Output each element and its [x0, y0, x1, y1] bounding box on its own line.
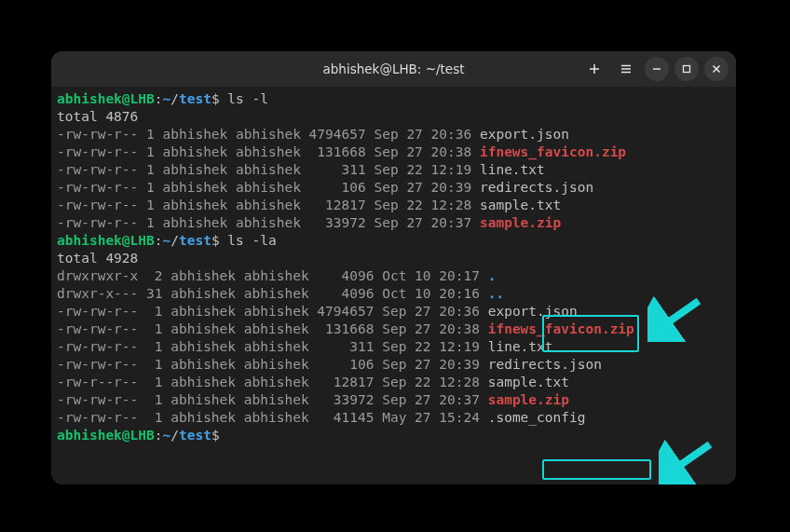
file-name: redirects.json: [480, 180, 593, 195]
prompt-path: ~: [163, 428, 171, 443]
ls-row: -rw-rw-r-- 1 abhishek abhishek 131668 Se…: [57, 321, 488, 336]
ls-row: -rw-r--r-- 1 abhishek abhishek 12817 Sep…: [57, 375, 488, 389]
terminal-body[interactable]: abhishek@LHB:~/test$ ls -l total 4876 -r…: [51, 87, 736, 484]
prompt-user: abhishek@LHB: [57, 91, 155, 106]
file-name: sample.txt: [488, 375, 569, 389]
file-name: sample.zip: [488, 392, 569, 407]
maximize-icon: [682, 64, 691, 74]
close-button[interactable]: [704, 57, 729, 81]
hamburger-icon: [620, 62, 633, 75]
file-name: ifnews_favicon.zip: [488, 321, 634, 336]
ls-row: -rw-rw-r-- 1 abhishek abhishek 4794657 S…: [57, 127, 480, 142]
total-line: total 4928: [57, 251, 138, 266]
maximize-button[interactable]: [674, 57, 699, 81]
prompt-path: ~: [163, 91, 171, 106]
window-controls: [581, 51, 729, 87]
ls-row: -rw-rw-r-- 1 abhishek abhishek 311 Sep 2…: [57, 339, 488, 354]
file-name: line.txt: [488, 339, 553, 354]
ls-row: -rw-rw-r-- 1 abhishek abhishek 106 Sep 2…: [57, 357, 488, 372]
file-name: sample.txt: [480, 198, 561, 212]
close-icon: [712, 64, 721, 74]
command: ls -l: [227, 91, 268, 106]
ls-row: drwxr-x--- 31 abhishek abhishek 4096 Oct…: [57, 286, 488, 301]
prompt-user: abhishek@LHB: [57, 233, 155, 248]
ls-row: -rw-rw-r-- 1 abhishek abhishek 106 Sep 2…: [57, 180, 480, 195]
svg-rect-0: [684, 66, 690, 73]
command: ls -la: [227, 233, 276, 248]
titlebar: abhishek@LHB: ~/test: [51, 51, 736, 87]
file-name: sample.zip: [480, 215, 561, 230]
ls-row: -rw-rw-r-- 1 abhishek abhishek 12817 Sep…: [57, 198, 480, 212]
menu-button[interactable]: [613, 51, 639, 87]
prompt-path: ~: [163, 233, 171, 248]
ls-row: -rw-rw-r-- 1 abhishek abhishek 311 Sep 2…: [57, 162, 480, 177]
total-line: total 4876: [57, 109, 138, 124]
file-name: export.json: [488, 304, 578, 319]
ls-row: -rw-rw-r-- 1 abhishek abhishek 4794657 S…: [57, 304, 488, 319]
file-name: export.json: [480, 127, 569, 142]
ls-row: -rw-rw-r-- 1 abhishek abhishek 41145 May…: [57, 410, 488, 425]
terminal-window: abhishek@LHB: ~/test abhishek@LHB:~/test…: [51, 51, 736, 484]
new-tab-button[interactable]: [581, 51, 607, 87]
window-title: abhishek@LHB: ~/test: [323, 61, 465, 76]
minimize-icon: [652, 64, 661, 74]
file-name: redirects.json: [488, 357, 602, 372]
ls-row: -rw-rw-r-- 1 abhishek abhishek 33972 Sep…: [57, 392, 488, 407]
file-name: ifnews_favicon.zip: [480, 144, 626, 159]
prompt-user: abhishek@LHB: [57, 428, 155, 443]
file-name: line.txt: [480, 162, 545, 177]
ls-row: -rw-rw-r-- 1 abhishek abhishek 131668 Se…: [57, 144, 480, 159]
file-name: .: [488, 268, 497, 283]
plus-icon: [588, 62, 601, 75]
ls-row: drwxrwxr-x 2 abhishek abhishek 4096 Oct …: [57, 268, 488, 283]
file-name: .some_config: [488, 410, 586, 425]
file-name: ..: [488, 286, 504, 301]
ls-row: -rw-rw-r-- 1 abhishek abhishek 33972 Sep…: [57, 215, 480, 230]
minimize-button[interactable]: [645, 57, 669, 81]
